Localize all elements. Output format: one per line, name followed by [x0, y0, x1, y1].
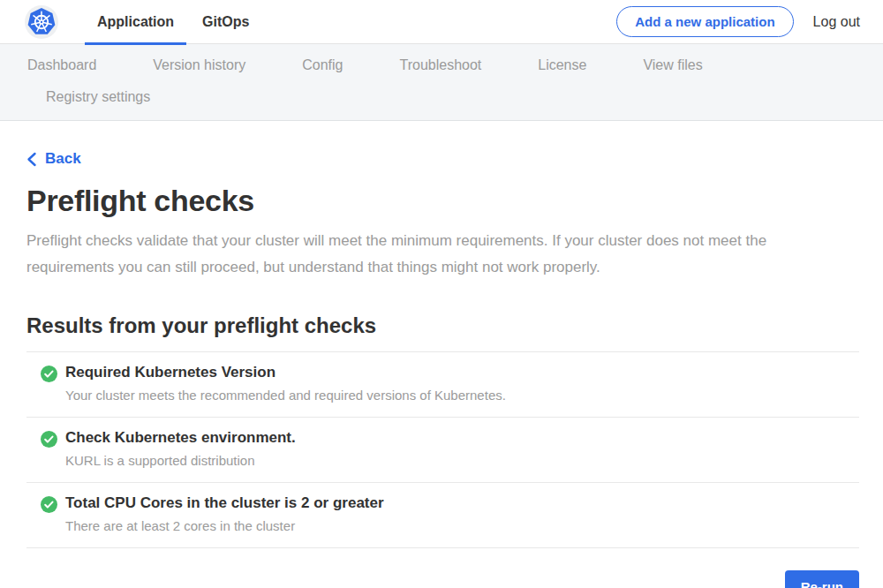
back-link[interactable]: Back — [26, 150, 81, 168]
app-subnav: Dashboard Version history Config Trouble… — [0, 44, 883, 121]
subnav-item-registry-settings[interactable]: Registry settings — [46, 81, 150, 113]
preflight-results-list: Required Kubernetes Version Your cluster… — [26, 351, 859, 548]
check-message: KURL is a supported distribution — [65, 453, 296, 468]
check-text: Required Kubernetes Version Your cluster… — [65, 364, 506, 403]
subnav-item-config[interactable]: Config — [302, 49, 343, 81]
check-title: Check Kubernetes environment. — [65, 429, 296, 447]
chevron-left-icon — [26, 152, 37, 167]
preflight-checks-page: Back Preflight checks Preflight checks v… — [0, 121, 883, 588]
footer-actions: Re-run — [26, 570, 859, 588]
subnav-item-version-history[interactable]: Version history — [153, 49, 245, 81]
subnav-item-dashboard[interactable]: Dashboard — [27, 49, 96, 81]
check-text: Total CPU Cores in the cluster is 2 or g… — [65, 494, 384, 533]
check-text: Check Kubernetes environment. KURL is a … — [65, 429, 296, 468]
subnav-item-view-files[interactable]: View files — [643, 49, 702, 81]
check-title: Required Kubernetes Version — [65, 364, 506, 381]
back-link-label: Back — [45, 150, 81, 168]
check-message: There are at least 2 cores in the cluste… — [65, 518, 384, 533]
results-heading: Results from your preflight checks — [26, 313, 859, 338]
top-header: Application GitOps Add a new application… — [0, 0, 883, 44]
page-title: Preflight checks — [26, 184, 859, 218]
tab-application-label: Application — [97, 14, 174, 30]
page-description: Preflight checks validate that your clus… — [26, 228, 839, 281]
add-new-application-button[interactable]: Add a new application — [616, 6, 793, 37]
check-title: Total CPU Cores in the cluster is 2 or g… — [65, 494, 384, 512]
tab-gitops[interactable]: GitOps — [190, 0, 261, 44]
check-row-kubernetes-version: Required Kubernetes Version Your cluster… — [26, 351, 859, 417]
check-row-kubernetes-environment: Check Kubernetes environment. KURL is a … — [26, 417, 859, 482]
check-circle-pass-icon — [41, 431, 57, 448]
rerun-button[interactable]: Re-run — [785, 570, 859, 588]
tab-gitops-label: GitOps — [202, 14, 249, 30]
logout-link[interactable]: Log out — [813, 14, 860, 30]
tab-application[interactable]: Application — [85, 0, 186, 44]
check-circle-pass-icon — [41, 496, 57, 513]
subnav-item-license[interactable]: License — [538, 49, 586, 81]
check-message: Your cluster meets the recommended and r… — [65, 388, 506, 403]
check-circle-pass-icon — [41, 366, 57, 382]
check-row-cpu-cores: Total CPU Cores in the cluster is 2 or g… — [26, 482, 859, 547]
subnav-item-troubleshoot[interactable]: Troubleshoot — [399, 49, 481, 81]
kubernetes-logo-icon — [25, 5, 58, 39]
